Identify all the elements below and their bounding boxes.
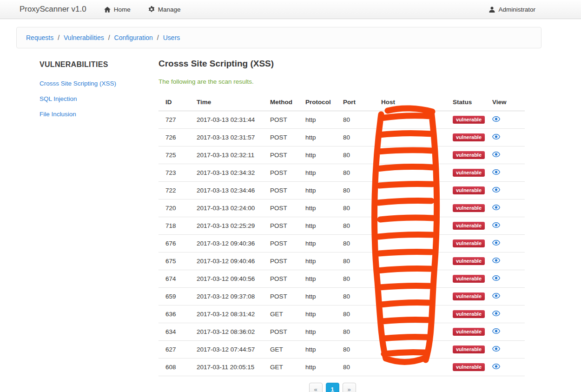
status-badge: vulnerable <box>453 239 485 247</box>
col-header-protocol: Protocol <box>302 95 339 111</box>
cell-protocol: http <box>302 306 339 323</box>
cell-view <box>489 306 525 323</box>
cell-time: 2017-03-12 09:40:36 <box>193 235 266 252</box>
cell-view <box>489 252 525 270</box>
cell-port: 80 <box>339 288 377 306</box>
cell-method: POST <box>266 182 302 199</box>
cell-protocol: http <box>302 359 339 376</box>
eye-icon <box>492 134 500 140</box>
eye-icon <box>492 240 500 246</box>
cell-protocol: http <box>302 235 339 252</box>
status-badge: vulnerable <box>453 151 485 159</box>
breadcrumb-separator: / <box>108 34 110 41</box>
nav-item-label: Home <box>114 6 131 13</box>
view-button[interactable] <box>492 187 500 193</box>
home-icon <box>104 7 111 13</box>
view-button[interactable] <box>492 328 500 334</box>
view-button[interactable] <box>492 258 500 263</box>
cell-status: vulnerable <box>449 323 489 341</box>
view-button[interactable] <box>492 222 500 228</box>
cell-host <box>377 146 449 164</box>
nav-item-manage[interactable]: Manage <box>148 6 181 13</box>
view-button[interactable] <box>492 169 500 175</box>
cell-method: GET <box>266 341 302 359</box>
breadcrumb-separator: / <box>58 34 59 41</box>
view-button[interactable] <box>492 311 500 316</box>
cell-port: 80 <box>339 182 377 199</box>
cell-status: vulnerable <box>449 111 489 129</box>
cell-port: 80 <box>339 323 377 341</box>
cell-status: vulnerable <box>449 182 489 199</box>
breadcrumb-configuration[interactable]: Configuration <box>114 34 153 41</box>
status-badge: vulnerable <box>453 222 485 230</box>
cell-status: vulnerable <box>449 146 489 164</box>
status-badge: vulnerable <box>453 186 485 194</box>
cell-status: vulnerable <box>449 306 489 323</box>
cell-time: 2017-03-13 02:34:32 <box>193 164 266 182</box>
breadcrumb-users[interactable]: Users <box>163 34 180 41</box>
nav-item-home[interactable]: Home <box>104 6 131 13</box>
cell-time: 2017-03-13 02:31:44 <box>193 111 266 129</box>
app-brand[interactable]: ProxyScanner v1.0 <box>20 5 86 14</box>
view-button[interactable] <box>492 205 500 210</box>
status-badge: vulnerable <box>453 133 485 141</box>
view-button[interactable] <box>492 293 500 299</box>
sidebar-item-sql-injection[interactable]: SQL Injection <box>40 95 158 102</box>
cell-status: vulnerable <box>449 359 489 376</box>
sidebar-item-file-inclusion[interactable]: File Inclusion <box>40 111 158 118</box>
view-button[interactable] <box>492 364 500 369</box>
cell-view <box>489 129 525 146</box>
table-header-row: ID Time Method Protocol Port Host Status… <box>158 95 525 111</box>
pagination-page-1-button[interactable]: 1 <box>326 383 339 392</box>
nav-user-menu[interactable]: Administrator <box>489 6 535 13</box>
breadcrumb-vulnerabilities[interactable]: Vulnerabilities <box>64 34 104 41</box>
cell-method: POST <box>266 288 302 306</box>
status-badge: vulnerable <box>453 169 485 177</box>
breadcrumb-requests[interactable]: Requests <box>26 34 53 41</box>
status-badge: vulnerable <box>453 257 485 265</box>
cell-protocol: http <box>302 270 339 288</box>
cell-id: 627 <box>158 341 193 359</box>
status-badge: vulnerable <box>453 328 485 336</box>
cell-protocol: http <box>302 341 339 359</box>
cell-status: vulnerable <box>449 288 489 306</box>
view-button[interactable] <box>492 152 500 157</box>
pagination-prev-button[interactable]: « <box>309 383 323 392</box>
cell-host <box>377 359 449 376</box>
cell-method: POST <box>266 129 302 146</box>
sidebar-item-xss[interactable]: Crosss Site Scripting (XSS) <box>40 80 158 87</box>
table-row: 659 2017-03-12 09:37:08 POST http 80 vul… <box>158 288 525 306</box>
cell-view <box>489 164 525 182</box>
cell-method: POST <box>266 199 302 217</box>
cell-time: 2017-03-13 02:25:29 <box>193 217 266 235</box>
eye-icon <box>492 222 500 228</box>
cell-view <box>489 235 525 252</box>
cell-view <box>489 146 525 164</box>
cell-view <box>489 323 525 341</box>
cell-view <box>489 217 525 235</box>
cell-id: 659 <box>158 288 193 306</box>
cell-time: 2017-03-12 09:40:56 <box>193 270 266 288</box>
pagination-next-button[interactable]: » <box>343 383 356 392</box>
status-badge: vulnerable <box>453 292 485 300</box>
main-panel: Crosss Site Scripting (XSS) The followin… <box>158 59 525 392</box>
scan-results-table: ID Time Method Protocol Port Host Status… <box>158 95 525 376</box>
eye-icon <box>492 116 500 122</box>
status-badge: vulnerable <box>453 275 485 283</box>
view-button[interactable] <box>492 346 500 352</box>
view-button[interactable] <box>492 240 500 246</box>
cell-time: 2017-03-13 02:24:00 <box>193 199 266 217</box>
view-button[interactable] <box>492 275 500 281</box>
cell-id: 725 <box>158 146 193 164</box>
eye-icon <box>492 152 500 157</box>
cell-method: GET <box>266 359 302 376</box>
cell-host <box>377 341 449 359</box>
cell-host <box>377 235 449 252</box>
view-button[interactable] <box>492 134 500 140</box>
page-title: Crosss Site Scripting (XSS) <box>158 59 525 69</box>
cell-status: vulnerable <box>449 164 489 182</box>
content-area: VULNERABILITIES Crosss Site Scripting (X… <box>16 59 541 392</box>
cell-time: 2017-03-11 20:05:15 <box>193 359 266 376</box>
cell-method: POST <box>266 270 302 288</box>
view-button[interactable] <box>492 116 500 122</box>
